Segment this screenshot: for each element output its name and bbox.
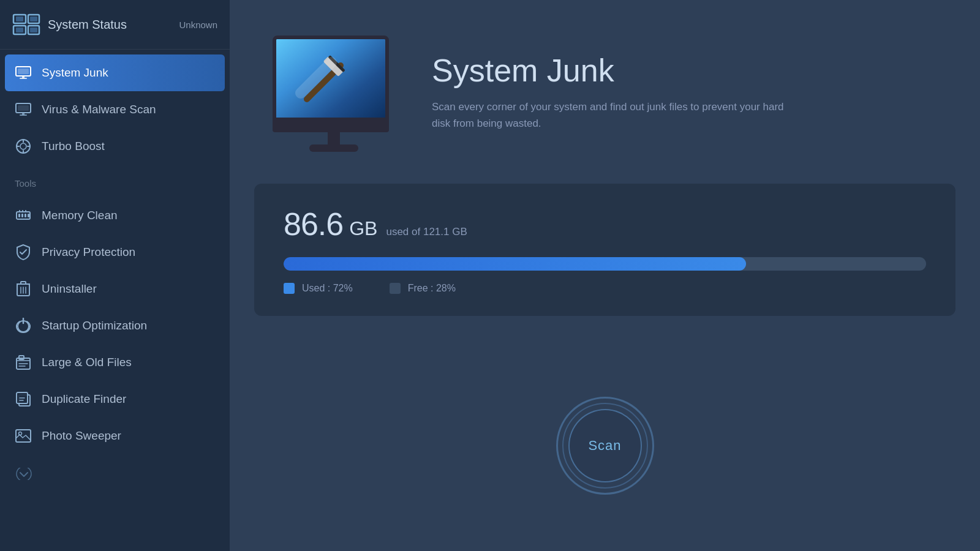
monitor-bezel [273,121,389,132]
legend-free: Free : 28% [390,283,456,294]
svg-point-17 [20,143,26,149]
disk-used-gb: 86.6 [284,206,343,242]
svg-rect-5 [16,28,23,32]
monitor-stand-base [309,144,358,152]
sidebar-header: System Status Unknown [0,0,230,50]
svg-rect-26 [28,214,29,217]
legend-used-dot [284,283,295,294]
shield-icon [15,244,32,261]
virus-icon [15,101,32,118]
scan-area: Scan [230,340,980,551]
disk-progress-fill [284,257,746,271]
sidebar-item-privacy-label: Privacy Protection [42,246,135,259]
app-title: System Status [48,18,127,32]
disk-legend: Used : 72% Free : 28% [284,283,926,294]
svg-point-48 [17,468,31,480]
svg-rect-7 [30,28,37,32]
main-content: System Junk Scan every corner of your sy… [230,0,980,551]
svg-rect-27 [19,210,20,212]
sidebar: System Status Unknown System Junk [0,0,230,551]
trash-icon [15,280,32,298]
monitor-illustration [273,36,395,149]
legend-used: Used : 72% [284,283,353,294]
sidebar-item-duplicate-label: Duplicate Finder [42,392,126,406]
turbo-icon [15,138,32,155]
sidebar-item-system-junk-label: System Junk [42,66,108,80]
scroll-hint [0,459,230,489]
svg-rect-1 [16,17,23,21]
svg-rect-3 [30,17,37,21]
sidebar-item-virus-label: Virus & Malware Scan [42,103,156,116]
monitor-stand-neck [328,132,340,144]
squeegee-icon [295,50,356,111]
scan-button[interactable]: Scan [568,409,642,482]
sidebar-item-startup[interactable]: Startup Optimization [0,307,230,344]
sidebar-header-left: System Status [12,13,127,36]
sidebar-item-turbo-boost[interactable]: Turbo Boost [0,128,230,165]
sidebar-item-uninstaller-label: Uninstaller [42,282,97,296]
legend-used-label: Used : 72% [302,283,353,294]
svg-rect-15 [20,114,27,116]
svg-rect-23 [18,214,20,217]
monitor-screen [273,36,389,121]
hero-image [266,31,401,153]
duplicate-icon [15,391,32,408]
svg-rect-29 [25,210,26,212]
main-nav: System Junk Virus & Malware Scan [0,50,230,170]
sidebar-item-photo-label: Photo Sweeper [42,429,121,443]
sidebar-item-turbo-label: Turbo Boost [42,140,105,153]
hero-title: System Junk [432,52,943,89]
tools-label: Tools [0,170,230,192]
sidebar-item-duplicate[interactable]: Duplicate Finder [0,381,230,418]
svg-rect-9 [18,69,29,74]
svg-rect-13 [18,105,29,111]
sidebar-item-virus-malware[interactable]: Virus & Malware Scan [0,91,230,128]
sidebar-item-privacy-protection[interactable]: Privacy Protection [0,234,230,271]
sidebar-item-large-label: Large & Old Files [42,356,132,369]
files-icon [15,354,32,371]
sidebar-item-photo-sweeper[interactable]: Photo Sweeper [0,418,230,454]
legend-free-dot [390,283,401,294]
power-icon [15,317,32,334]
hero-text: System Junk Scan every corner of your sy… [432,52,943,132]
tools-nav: Memory Clean Privacy Protection [0,192,230,459]
sidebar-item-uninstaller[interactable]: Uninstaller [0,271,230,307]
svg-rect-11 [20,78,27,79]
sidebar-item-memory-clean[interactable]: Memory Clean [0,197,230,234]
status-badge: Unknown [179,20,217,30]
disk-unit: GB [349,217,377,240]
disk-usage-card: 86.6 GB used of 121.1 GB Used : 72% Free… [254,184,956,316]
sidebar-item-memory-label: Memory Clean [42,209,118,222]
svg-rect-32 [21,282,26,284]
legend-free-label: Free : 28% [408,283,456,294]
sidebar-item-system-junk[interactable]: System Junk [5,54,225,91]
scan-button-wrap: Scan [556,397,654,495]
memory-icon [15,207,32,224]
sidebar-item-startup-label: Startup Optimization [42,319,147,332]
photo-icon [15,427,32,444]
svg-rect-25 [24,214,26,217]
disk-size-row: 86.6 GB used of 121.1 GB [284,206,926,242]
hero-description: Scan every corner of your system and fin… [432,99,787,132]
svg-rect-24 [21,214,23,217]
monitor-icon [15,64,32,81]
hero-section: System Junk Scan every corner of your sy… [230,0,980,184]
disk-progress-bg [284,257,926,271]
sidebar-item-large-old[interactable]: Large & Old Files [0,344,230,381]
disk-of-label: used of 121.1 GB [386,226,467,238]
svg-rect-28 [22,210,23,212]
app-icon [12,13,40,36]
